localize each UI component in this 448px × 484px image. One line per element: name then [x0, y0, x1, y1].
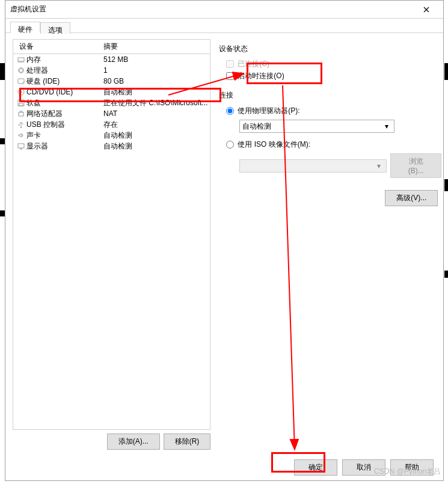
connect-on-power-label: 启动时连接(O)	[238, 71, 284, 81]
list-item[interactable]: CD/DVD (IDE) 自动检测	[13, 87, 210, 97]
watermark: CSDN @Python老吕	[374, 467, 441, 477]
connected-checkbox-row: 已连接(C)	[226, 58, 441, 70]
chevron-down-icon: ▾	[374, 162, 384, 170]
vm-settings-dialog: 虚拟机设置 硬件 选项 设备 摘要 内存 512 MB	[5, 0, 444, 481]
right-panel: 设备状态 已连接(C) 启动时连接(O) 连接	[210, 39, 441, 450]
device-list-box: 设备 摘要 内存 512 MB 处理器 1	[13, 39, 210, 430]
svg-point-5	[20, 91, 22, 93]
device-list: 内存 512 MB 处理器 1 硬盘 (IDE) 80 GB	[13, 54, 210, 152]
svg-rect-2	[18, 79, 24, 84]
use-physical-radio[interactable]	[226, 107, 234, 115]
tab-options[interactable]: 选项	[40, 22, 70, 34]
device-name: 软盘	[26, 98, 103, 108]
svg-point-4	[18, 89, 24, 95]
svg-rect-10	[18, 144, 24, 148]
svg-rect-1	[19, 69, 23, 72]
tabstrip: 硬件 选项	[5, 19, 443, 33]
usb-icon	[17, 121, 25, 128]
content-area: 设备 摘要 内存 512 MB 处理器 1	[5, 33, 443, 456]
device-summary: NAT	[103, 109, 207, 118]
device-summary: 自动检测	[103, 87, 207, 97]
close-icon	[423, 7, 429, 13]
connected-checkbox	[226, 60, 234, 68]
list-item[interactable]: 声卡 自动检测	[13, 130, 210, 141]
close-button[interactable]	[414, 1, 438, 19]
ok-button[interactable]: 确定	[294, 459, 337, 476]
use-iso-row[interactable]: 使用 ISO 映像文件(M):	[226, 138, 441, 151]
browse-button: 浏览(B)...	[390, 153, 441, 178]
device-summary: 自动检测	[103, 130, 207, 141]
memory-icon	[17, 56, 25, 63]
svg-rect-7	[19, 103, 23, 106]
display-icon	[17, 142, 25, 150]
device-list-header: 设备 摘要	[13, 40, 210, 54]
col-header-device: 设备	[13, 41, 103, 52]
tab-hardware[interactable]: 硬件	[10, 22, 40, 33]
connect-on-power-checkbox[interactable]	[226, 72, 234, 80]
physical-drive-value: 自动检测	[242, 121, 271, 132]
bg-strip	[444, 271, 448, 278]
connected-label: 已连接(C)	[238, 59, 269, 69]
list-item[interactable]: 内存 512 MB	[13, 54, 210, 65]
iso-path-select: ▾	[239, 159, 387, 173]
titlebar: 虚拟机设置	[5, 1, 443, 19]
svg-rect-8	[19, 112, 23, 116]
left-buttons: 添加(A)... 移除(R)	[13, 433, 210, 450]
hdd-icon	[17, 78, 25, 85]
use-iso-radio[interactable]	[226, 141, 234, 149]
device-name: 处理器	[26, 66, 103, 76]
device-name: USB 控制器	[26, 120, 103, 130]
add-button[interactable]: 添加(A)...	[107, 433, 160, 450]
use-physical-row[interactable]: 使用物理驱动器(P):	[226, 104, 441, 117]
list-item[interactable]: 显示器 自动检测	[13, 141, 210, 152]
connect-on-power-row[interactable]: 启动时连接(O)	[226, 70, 441, 82]
device-summary: 自动检测	[103, 141, 207, 152]
list-item[interactable]: 网络适配器 NAT	[13, 108, 210, 119]
svg-point-9	[20, 127, 22, 128]
device-summary: 512 MB	[103, 55, 207, 64]
chevron-down-icon: ▾	[382, 122, 391, 130]
use-physical-label: 使用物理驱动器(P):	[238, 106, 299, 116]
list-item[interactable]: 处理器 1	[13, 65, 210, 76]
list-item[interactable]: 硬盘 (IDE) 80 GB	[13, 76, 210, 87]
device-name: CD/DVD (IDE)	[26, 88, 103, 96]
network-icon	[17, 110, 25, 117]
window-title: 虚拟机设置	[10, 4, 414, 14]
bg-strip	[444, 179, 448, 191]
cpu-icon	[17, 67, 25, 74]
device-summary: 80 GB	[103, 77, 207, 85]
device-name: 网络适配器	[26, 109, 103, 119]
col-header-summary: 摘要	[103, 41, 210, 52]
cd-icon	[17, 88, 25, 96]
advanced-row: 高级(V)...	[219, 190, 441, 206]
bg-strip	[444, 63, 448, 80]
device-summary: 1	[103, 66, 207, 75]
device-name: 硬盘 (IDE)	[26, 76, 103, 87]
use-iso-label: 使用 ISO 映像文件(M):	[238, 139, 310, 150]
device-summary: 正在使用文件 C:\ISO\Microsoft...	[103, 98, 207, 108]
sound-icon	[17, 132, 25, 139]
device-status-group: 设备状态 已连接(C) 启动时连接(O)	[219, 44, 441, 82]
group-title-connection: 连接	[219, 90, 441, 100]
remove-button[interactable]: 移除(R)	[164, 433, 211, 450]
list-item[interactable]: USB 控制器 存在	[13, 119, 210, 130]
svg-rect-0	[18, 58, 24, 61]
physical-drive-select[interactable]: 自动检测 ▾	[239, 120, 394, 133]
list-item[interactable]: 软盘 正在使用文件 C:\ISO\Microsoft...	[13, 97, 210, 108]
connection-group: 连接 使用物理驱动器(P): 自动检测 ▾ 使用 ISO 映像文	[219, 90, 441, 178]
floppy-icon	[17, 99, 25, 106]
device-name: 显示器	[26, 141, 103, 152]
group-title-status: 设备状态	[219, 44, 441, 54]
device-name: 内存	[26, 55, 103, 65]
left-panel: 设备 摘要 内存 512 MB 处理器 1	[13, 39, 210, 450]
device-summary: 存在	[103, 120, 207, 130]
svg-point-3	[22, 82, 23, 83]
advanced-button[interactable]: 高级(V)...	[385, 190, 438, 206]
device-name: 声卡	[26, 130, 103, 141]
